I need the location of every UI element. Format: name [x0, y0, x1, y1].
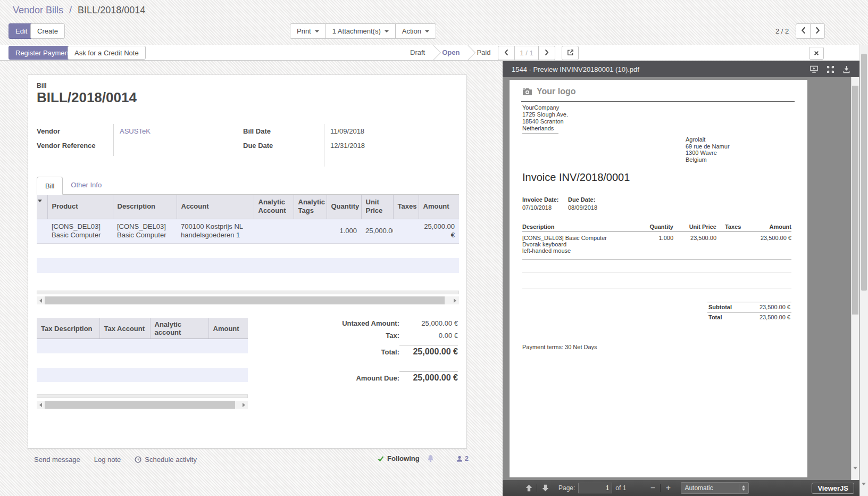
pdf-col-unit-price: Unit Price [674, 224, 716, 230]
schedule-activity-button[interactable]: Schedule activity [135, 456, 197, 464]
vendor-reference-field-label: Vendor Reference [37, 138, 113, 153]
line-product: [CONS_DEL03] Basic Computer [47, 219, 113, 243]
create-button[interactable]: Create [30, 23, 65, 39]
scrollbar-thumb[interactable] [45, 296, 445, 304]
breadcrumb-vendor-bills-link[interactable]: Vendor Bills [13, 5, 63, 15]
zoom-level-select[interactable]: Automatic [681, 482, 749, 494]
pager-next-button[interactable] [810, 23, 825, 39]
scrollbar-thumb[interactable] [45, 401, 235, 409]
odoo-vendor-bill-screen: Vendor Bills / BILL/2018/0014 Edit Creat… [0, 0, 868, 496]
column-header-description[interactable]: Description [113, 195, 177, 219]
column-header-tax-description[interactable]: Tax Description [37, 318, 99, 339]
pdf-page: Your logo YourCompany 1725 Slough Ave. 1… [510, 80, 807, 477]
pdf-viewer-toolbar: Page: of 1 − + Automatic ViewerJS [503, 480, 859, 496]
attachment-previous-button[interactable] [498, 46, 515, 60]
vendor-value-link[interactable]: ASUSTeK [120, 127, 151, 135]
ask-credit-note-button[interactable]: Ask for a Credit Note [68, 46, 146, 60]
chevron-left-icon [801, 27, 806, 36]
caret-down-icon [425, 30, 429, 32]
column-header-tax-account[interactable]: Tax Account [99, 318, 150, 339]
download-icon[interactable] [843, 65, 850, 73]
chevron-left-icon [504, 49, 508, 57]
scroll-left-arrow-icon[interactable] [37, 296, 45, 304]
invoice-line-row[interactable]: [CONS_DEL03] Basic Computer [CONS_DEL03]… [37, 219, 459, 243]
lines-horizontal-scrollbar[interactable] [37, 296, 459, 304]
zoom-out-button[interactable]: − [647, 483, 658, 493]
pdf-col-quantity: Quantity [640, 224, 673, 230]
chevron-right-icon [545, 49, 549, 57]
fullscreen-icon[interactable] [827, 65, 834, 73]
page-count-label: of 1 [615, 484, 626, 492]
due-date-block: Due Date: 08/09/2018 [568, 196, 597, 211]
tax-label: Tax: [386, 332, 399, 340]
register-payment-button[interactable]: Register Payment [9, 46, 77, 60]
customer-address-block: Agrolait 69 rue de Namur 1300 Wavre Belg… [686, 136, 730, 163]
status-steps: Draft Open Paid [403, 45, 497, 60]
scrollbar-thumb[interactable] [861, 54, 867, 291]
column-header-analytic-account[interactable]: Analytic Account [254, 195, 294, 219]
total-value: 25,000.00 € [399, 345, 458, 357]
due-date-field-label: Due Date [243, 138, 324, 153]
column-header-amount[interactable]: Amount [419, 195, 459, 219]
person-icon [456, 456, 463, 462]
window-vertical-scrollbar[interactable] [859, 45, 868, 496]
lines-header-row: Product Description Account Analytic Acc… [37, 195, 459, 219]
empty-row [37, 258, 459, 273]
table-rule [522, 259, 791, 260]
presentation-mode-icon[interactable] [810, 65, 818, 73]
tab-other-info[interactable]: Other Info [63, 176, 110, 194]
tab-bill[interactable]: Bill [37, 177, 63, 195]
column-header-quantity[interactable]: Quantity [327, 195, 361, 219]
scroll-down-arrow-icon[interactable] [853, 469, 857, 477]
bell-icon[interactable] [427, 454, 434, 462]
invoice-lines-table: Product Description Account Analytic Acc… [37, 195, 459, 288]
attachment-pager-count: 1 / 1 [514, 46, 539, 60]
tax-lines-table: Tax Description Tax Account Analytic acc… [37, 318, 248, 382]
column-header-unit-price[interactable]: Unit Price [361, 195, 393, 219]
following-button[interactable]: Following [378, 454, 420, 462]
empty-row [37, 243, 459, 258]
pager-previous-button[interactable] [796, 23, 811, 39]
due-date-label: Due Date: [568, 196, 597, 203]
bill-number-title: BILL/2018/0014 [37, 89, 137, 106]
open-attachment-external-button[interactable] [562, 46, 579, 60]
due-date-value: 12/31/2018 [324, 138, 459, 153]
attachment-next-button[interactable] [538, 46, 555, 60]
vendor-field-label: Vendor [37, 124, 113, 138]
previous-page-button[interactable] [523, 482, 535, 494]
scroll-down-arrow-icon[interactable] [862, 485, 866, 493]
table-rule [522, 272, 791, 273]
column-header-tax-amount[interactable]: Amount [208, 318, 248, 339]
scroll-left-arrow-icon[interactable] [37, 401, 45, 409]
next-page-button[interactable] [539, 482, 551, 494]
print-menu-button[interactable]: Print [290, 23, 326, 39]
pdf-line-unit-price: 23,500.00 [674, 235, 716, 241]
log-note-button[interactable]: Log note [94, 456, 121, 464]
column-header-product[interactable]: Product [47, 195, 113, 219]
pdf-vertical-scrollbar[interactable] [851, 77, 859, 480]
line-description: [CONS_DEL03] Basic Computer [113, 219, 177, 243]
scroll-right-arrow-icon[interactable] [451, 296, 459, 304]
empty-row [37, 339, 248, 353]
action-menu-button[interactable]: Action [395, 23, 436, 39]
column-header-tax-analytic-account[interactable]: Analytic account [150, 318, 208, 339]
followers-counter[interactable]: 2 [456, 454, 469, 462]
tax-header-row: Tax Description Tax Account Analytic acc… [37, 318, 248, 339]
column-header-account[interactable]: Account [177, 195, 254, 219]
attachment-pager: 1 / 1 [498, 46, 555, 60]
column-header-taxes[interactable]: Taxes [393, 195, 419, 219]
scrollbar-thumb[interactable] [852, 86, 858, 315]
scroll-right-arrow-icon[interactable] [240, 401, 248, 409]
attachments-menu-button[interactable]: 1 Attachment(s) [326, 23, 396, 39]
page-number-input[interactable] [578, 483, 612, 493]
viewerjs-brand-button[interactable]: ViewerJS [812, 483, 854, 494]
tax-horizontal-scrollbar[interactable] [37, 401, 248, 409]
send-message-button[interactable]: Send message [34, 456, 80, 464]
close-preview-button[interactable] [809, 47, 824, 60]
empty-row [37, 273, 459, 288]
column-header-analytic-tags[interactable]: Analytic Tags [294, 195, 327, 219]
zoom-in-button[interactable]: + [663, 483, 673, 493]
followers-count: 2 [465, 454, 469, 462]
schedule-activity-label: Schedule activity [145, 456, 197, 464]
optional-columns-caret-icon[interactable] [38, 200, 42, 210]
